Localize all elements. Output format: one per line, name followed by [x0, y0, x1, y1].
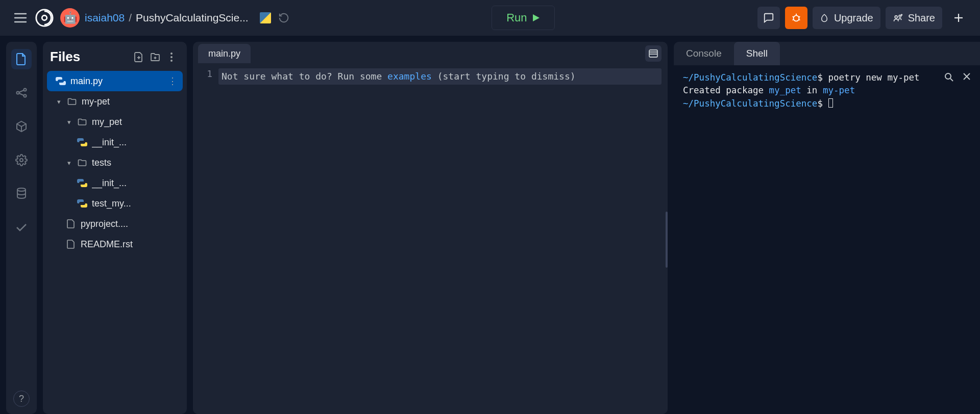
username-link[interactable]: isaiah08: [85, 12, 125, 24]
folder-my-pet[interactable]: ▾ my-pet: [43, 91, 187, 112]
rail-packages-icon[interactable]: [11, 116, 32, 137]
rail-files-icon[interactable]: [11, 49, 32, 69]
folder-icon: [77, 118, 88, 126]
folder-tests[interactable]: ▾ tests: [43, 152, 187, 173]
svg-point-25: [17, 188, 26, 191]
svg-point-30: [170, 53, 173, 55]
terminal-search-icon[interactable]: [944, 72, 953, 82]
chevron-down-icon: ▾: [55, 98, 62, 106]
terminal-cmd: poetry new my-pet: [823, 72, 920, 83]
terminal-close-icon[interactable]: [963, 72, 971, 82]
terminal-output-pre: Created package: [683, 85, 769, 95]
topbar: 🤖 isaiah08 / PushyCalculatingScie... Run…: [0, 0, 980, 36]
file-initpy-1[interactable]: __init_...: [43, 132, 187, 152]
editor-hint-link[interactable]: examples: [387, 71, 432, 82]
svg-line-21: [19, 90, 24, 92]
svg-point-24: [20, 159, 23, 162]
file-label: test_my...: [92, 198, 182, 209]
editor-hint-post: (start typing to dismiss): [432, 71, 576, 82]
chat-icon[interactable]: [757, 7, 780, 29]
upgrade-button[interactable]: Upgrade: [813, 7, 880, 29]
svg-point-32: [170, 60, 173, 62]
svg-point-19: [24, 89, 27, 91]
file-initpy-2[interactable]: __init_...: [43, 173, 187, 193]
svg-line-22: [19, 93, 24, 95]
terminal-path: ~/PushyCalculatingScience: [683, 98, 817, 109]
svg-point-4: [42, 15, 47, 20]
bug-icon[interactable]: [785, 7, 807, 29]
right-pane: Console Shell ~/PushyCalculatingScience$…: [674, 42, 980, 414]
file-label: __init_...: [92, 137, 182, 148]
python-file-icon: [77, 199, 88, 208]
repl-name[interactable]: PushyCalculatingScie...: [136, 12, 249, 24]
breadcrumb-separator: /: [129, 12, 132, 24]
terminal-output-dir: my-pet: [823, 85, 855, 95]
line-number: 1: [193, 65, 222, 414]
run-button[interactable]: Run: [492, 6, 555, 30]
terminal[interactable]: ~/PushyCalculatingScience$ poetry new my…: [674, 65, 980, 414]
files-panel: Files main.py ⋮ ▾ my-pet: [43, 42, 187, 414]
file-label: __init_...: [92, 178, 182, 189]
file-pyproject[interactable]: pyproject....: [43, 214, 187, 234]
file-main-py[interactable]: main.py ⋮: [47, 71, 183, 91]
python-file-icon: [77, 138, 88, 147]
file-label: README.rst: [81, 239, 182, 250]
files-more-icon[interactable]: [163, 53, 180, 62]
rail-database-icon[interactable]: [11, 184, 32, 204]
pane-resizer[interactable]: [665, 65, 668, 414]
svg-point-3: [36, 10, 53, 26]
svg-point-12: [895, 16, 897, 18]
editor-layout-icon[interactable]: [645, 45, 662, 62]
folder-label: tests: [92, 158, 182, 168]
folder-icon: [66, 98, 78, 106]
svg-point-36: [945, 73, 951, 79]
svg-point-31: [170, 56, 173, 58]
rail-settings-icon[interactable]: [11, 150, 32, 170]
help-button[interactable]: ?: [13, 391, 30, 407]
folder-label: my-pet: [82, 96, 182, 107]
svg-point-18: [17, 92, 19, 94]
editor-pane: main.py 1 Not sure what to do? Run some …: [193, 42, 668, 414]
file-label: main.py: [70, 76, 163, 87]
python-file-icon: [55, 76, 66, 86]
add-icon[interactable]: [947, 7, 970, 29]
svg-rect-33: [649, 50, 657, 57]
menu-icon[interactable]: [10, 8, 31, 28]
history-icon[interactable]: [278, 12, 289, 23]
workspace: ? Files main.py ⋮ ▾: [0, 36, 980, 414]
file-readme[interactable]: README.rst: [43, 234, 187, 254]
svg-point-20: [24, 95, 27, 97]
upgrade-label: Upgrade: [834, 12, 873, 24]
tab-shell[interactable]: Shell: [734, 42, 780, 65]
python-file-icon: [77, 178, 88, 188]
svg-marker-5: [533, 14, 540, 21]
share-label: Share: [908, 12, 935, 24]
rail-version-icon[interactable]: [11, 83, 32, 103]
folder-my_pet[interactable]: ▾ my_pet: [43, 112, 187, 132]
file-tree: main.py ⋮ ▾ my-pet ▾ my_pet __init_...: [43, 71, 187, 254]
terminal-path: ~/PushyCalculatingScience: [683, 72, 817, 83]
terminal-output-mid: in: [801, 85, 823, 95]
tab-console[interactable]: Console: [674, 42, 734, 65]
file-label: pyproject....: [81, 219, 182, 229]
editor-tab[interactable]: main.py: [198, 44, 251, 63]
new-file-icon[interactable]: [131, 52, 147, 62]
files-title: Files: [50, 49, 131, 65]
file-icon: [65, 240, 77, 249]
python-icon: [260, 12, 271, 23]
share-button[interactable]: Share: [886, 7, 942, 29]
replit-logo-icon[interactable]: [35, 8, 54, 28]
file-testmy[interactable]: test_my...: [43, 193, 187, 214]
terminal-output-pkg: my_pet: [769, 85, 801, 95]
terminal-cursor: [828, 98, 833, 108]
left-rail: ?: [6, 42, 37, 414]
svg-line-37: [950, 79, 953, 81]
avatar[interactable]: 🤖: [60, 8, 80, 28]
new-folder-icon[interactable]: [147, 53, 163, 62]
code-editor[interactable]: 1 Not sure what to do? Run some examples…: [193, 65, 668, 414]
file-icon: [65, 219, 77, 228]
run-label: Run: [506, 11, 527, 24]
rail-check-icon[interactable]: [11, 217, 32, 238]
file-more-icon[interactable]: ⋮: [167, 75, 178, 87]
folder-label: my_pet: [92, 117, 182, 127]
